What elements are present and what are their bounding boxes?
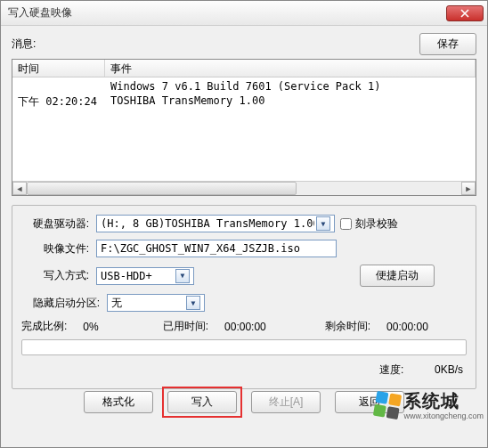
verify-checkbox[interactable]: 刻录校验 (340, 216, 398, 232)
client-area: 消息: 保存 时间 事件 Windows 7 v6.1 Build 7601 (… (1, 26, 487, 424)
write-button[interactable]: 写入 (167, 391, 237, 413)
hidden-label: 隐藏启动分区: (21, 296, 102, 311)
messages-row: 消息: 保存 (12, 33, 476, 55)
col-time[interactable]: 时间 (12, 60, 105, 77)
scroll-track[interactable] (27, 182, 461, 195)
done-value: 0% (83, 321, 98, 333)
scroll-thumb[interactable] (27, 182, 297, 195)
h-scrollbar[interactable]: ◄ ► (12, 181, 476, 195)
progress-bar (21, 339, 467, 355)
chevron-down-icon[interactable]: ▼ (175, 269, 190, 283)
messages-label: 消息: (12, 37, 36, 52)
used-label: 已用时间: (163, 319, 208, 334)
used-value: 00:00:00 (224, 321, 266, 333)
back-button[interactable]: 返回 (335, 391, 404, 413)
bottom-buttons: 格式化 写入 终止[A] 返回 (12, 389, 476, 417)
hidden-value: 无 (111, 296, 184, 311)
format-button[interactable]: 格式化 (84, 391, 153, 413)
col-event[interactable]: 事件 (105, 60, 476, 77)
cell-time (12, 79, 105, 94)
drive-combo[interactable]: (H:, 8 GB)TOSHIBA TransMemory 1.00 ▼ (96, 215, 335, 232)
abort-button[interactable]: 终止[A] (251, 391, 321, 413)
form-panel: 硬盘驱动器: (H:, 8 GB)TOSHIBA TransMemory 1.0… (12, 205, 476, 389)
log-list[interactable]: 时间 事件 Windows 7 v6.1 Build 7601 (Service… (12, 59, 476, 196)
remain-label: 剩余时间: (325, 319, 370, 334)
log-header: 时间 事件 (12, 60, 476, 77)
drive-value: (H:, 8 GB)TOSHIBA TransMemory 1.00 (101, 217, 314, 230)
chevron-down-icon[interactable]: ▼ (316, 216, 330, 231)
hidden-combo[interactable]: 无 ▼ (107, 294, 205, 312)
mode-value: USB-HDD+ (101, 270, 174, 282)
scroll-left-icon[interactable]: ◄ (12, 182, 27, 195)
speed-value: 0KB/s (435, 363, 463, 376)
cell-time: 下午 02:20:24 (12, 94, 105, 110)
save-button[interactable]: 保存 (419, 33, 476, 55)
cell-event: Windows 7 v6.1 Build 7601 (Service Pack … (105, 79, 476, 94)
image-label: 映像文件: (21, 241, 91, 257)
list-row[interactable]: 下午 02:20:24 TOSHIBA TransMemory 1.00 (12, 94, 476, 110)
verify-checkbox-input[interactable] (340, 218, 352, 230)
dialog-window: 写入硬盘映像 消息: 保存 时间 事件 Windows 7 v6.1 Build… (0, 0, 488, 448)
close-button[interactable] (446, 5, 484, 21)
speed-row: 速度: 0KB/s (21, 361, 467, 383)
quickboot-button[interactable]: 便捷启动 (360, 265, 435, 287)
remain-value: 00:00:00 (386, 321, 428, 333)
list-row[interactable]: Windows 7 v6.1 Build 7601 (Service Pack … (12, 79, 476, 94)
window-title: 写入硬盘映像 (8, 5, 446, 20)
close-icon (460, 9, 469, 18)
write-mode-combo[interactable]: USB-HDD+ ▼ (96, 267, 194, 285)
done-label: 完成比例: (21, 319, 67, 334)
drive-label: 硬盘驱动器: (21, 216, 91, 232)
image-path-input[interactable] (96, 240, 337, 257)
mode-label: 写入方式: (21, 268, 91, 283)
log-body: Windows 7 v6.1 Build 7601 (Service Pack … (12, 77, 476, 183)
titlebar: 写入硬盘映像 (1, 1, 487, 26)
speed-label: 速度: (379, 363, 403, 376)
cell-event: TOSHIBA TransMemory 1.00 (105, 94, 476, 110)
status-row: 完成比例: 0% 已用时间: 00:00:00 剩余时间: 00:00:00 (21, 319, 467, 334)
verify-label: 刻录校验 (355, 216, 398, 232)
chevron-down-icon[interactable]: ▼ (186, 296, 200, 310)
scroll-right-icon[interactable]: ► (461, 182, 476, 195)
